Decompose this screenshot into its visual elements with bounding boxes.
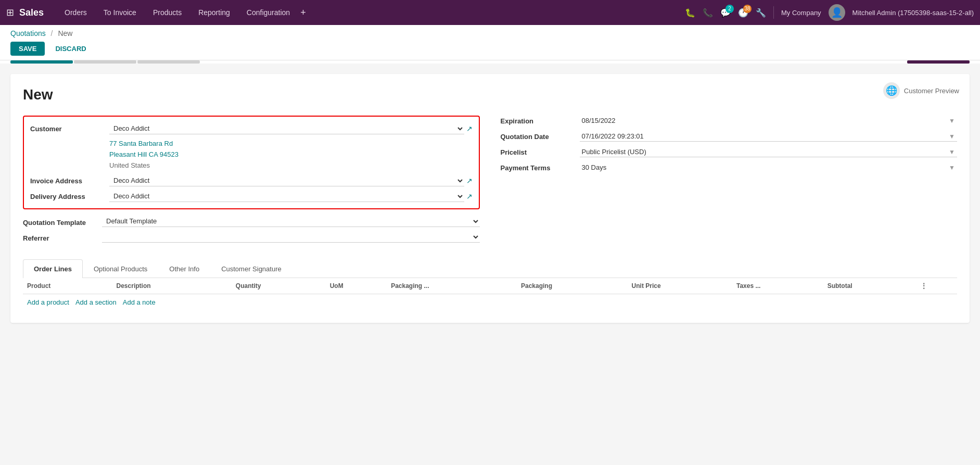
toolbar: Quotations / New SAVE DISCARD	[0, 25, 980, 60]
table-actions-row: Add a product Add a section Add a note	[23, 294, 957, 311]
tab-order-lines[interactable]: Order Lines	[23, 259, 83, 278]
add-note-link[interactable]: Add a note	[123, 298, 156, 306]
customer-preview-button[interactable]: 🌐 Customer Preview	[883, 82, 959, 99]
template-value-area: Default Template	[102, 216, 480, 227]
nav-actions: 🐛 📞 💬 2 🕐 38 🔧 My Company 👤 Mitchell Adm…	[685, 4, 974, 21]
referrer-row: Referrer	[23, 231, 480, 243]
expiration-label: Expiration	[501, 117, 574, 125]
template-row: Quotation Template Default Template	[23, 216, 480, 227]
quotation-date-row: Quotation Date 07/16/2022 09:23:01 ▼	[501, 131, 958, 142]
form-card: 🌐 Customer Preview New Customer Deco Add…	[10, 74, 970, 323]
tabs-header: Order Lines Optional Products Other Info…	[23, 259, 957, 278]
address-line-1: 77 Santa Barbara Rd	[109, 139, 473, 149]
bug-icon[interactable]: 🐛	[685, 8, 695, 18]
referrer-value-area	[102, 231, 480, 243]
discard-button[interactable]: DISCARD	[49, 42, 92, 56]
grid-icon[interactable]: ⊞	[6, 7, 14, 18]
col-quantity: Quantity	[232, 278, 326, 294]
col-uom: UoM	[326, 278, 387, 294]
table-header-row: Product Description Quantity UoM Packagi…	[23, 278, 957, 294]
invoice-value-area: Deco Addict ↗	[109, 175, 473, 186]
customer-address: 77 Santa Barbara Rd Pleasant Hill CA 945…	[30, 139, 473, 171]
address-line-2: Pleasant Hill CA 94523	[109, 149, 473, 160]
invoice-select[interactable]: Deco Addict	[109, 175, 464, 186]
address-line-3: United States	[109, 160, 473, 171]
nav-to-invoice[interactable]: To Invoice	[95, 0, 145, 25]
breadcrumb-current: New	[58, 29, 72, 37]
wrench-icon[interactable]: 🔧	[756, 8, 766, 18]
quotation-date-label: Quotation Date	[501, 133, 574, 141]
nav-plus[interactable]: +	[300, 7, 306, 18]
progress-bar	[0, 60, 980, 64]
template-select[interactable]: Default Template	[102, 216, 480, 227]
referrer-label: Referrer	[23, 232, 96, 242]
chat-badge: 2	[726, 5, 734, 13]
nav-configuration[interactable]: Configuration	[238, 0, 298, 25]
nav-products[interactable]: Products	[145, 0, 190, 25]
main-content: 🌐 Customer Preview New Customer Deco Add…	[0, 64, 980, 465]
table-actions: Add a product Add a section Add a note	[27, 298, 953, 306]
referrer-select[interactable]	[102, 231, 480, 243]
right-column: Expiration 08/15/2022 ▼ Quotation Date 0…	[501, 116, 958, 247]
tab-optional-products[interactable]: Optional Products	[83, 259, 158, 278]
top-navigation: ⊞ Sales Orders To Invoice Products Repor…	[0, 0, 980, 25]
chat-icon[interactable]: 💬 2	[720, 8, 731, 18]
delivery-select[interactable]: Deco Addict	[109, 191, 464, 202]
clock-badge: 38	[743, 5, 752, 13]
left-column: Customer Deco Addict ↗ 77 Santa Barbara …	[23, 116, 480, 247]
user-name: Mitchell Admin (17505398-saas-15-2-all)	[852, 9, 974, 17]
template-label: Quotation Template	[23, 217, 96, 227]
pricelist-dropdown-arrow: ▼	[949, 148, 955, 156]
pricelist-row: Pricelist Public Pricelist (USD) ▼	[501, 147, 958, 157]
delivery-label: Delivery Address	[30, 191, 103, 200]
col-product: Product	[23, 278, 112, 294]
customer-select[interactable]: Deco Addict	[109, 123, 464, 134]
nav-reporting[interactable]: Reporting	[190, 0, 238, 25]
expiration-dropdown-arrow: ▼	[949, 117, 955, 124]
breadcrumb-parent[interactable]: Quotations	[10, 29, 46, 37]
toolbar-buttons: SAVE DISCARD	[10, 42, 970, 56]
delivery-external-link-icon[interactable]: ↗	[466, 192, 473, 200]
form-grid: Customer Deco Addict ↗ 77 Santa Barbara …	[23, 116, 957, 247]
progress-step-right	[907, 60, 970, 64]
col-unit-price: Unit Price	[628, 278, 732, 294]
payment-terms-value: 30 Days ▼	[580, 162, 958, 173]
progress-step-3	[137, 60, 200, 64]
phone-icon[interactable]: 📞	[703, 8, 713, 18]
col-subtotal: Subtotal	[823, 278, 917, 294]
customer-box: Customer Deco Addict ↗ 77 Santa Barbara …	[23, 116, 480, 209]
globe-icon: 🌐	[883, 82, 900, 99]
delivery-value-area: Deco Addict ↗	[109, 191, 473, 202]
breadcrumb-separator: /	[51, 29, 53, 37]
customer-external-link-icon[interactable]: ↗	[466, 124, 473, 133]
breadcrumb: Quotations / New	[10, 29, 970, 37]
nav-orders[interactable]: Orders	[56, 0, 95, 25]
pricelist-label: Pricelist	[501, 148, 574, 156]
nav-divider	[773, 6, 774, 19]
col-taxes: Taxes ...	[732, 278, 823, 294]
tab-customer-signature[interactable]: Customer Signature	[210, 259, 292, 278]
tabs-area: Order Lines Optional Products Other Info…	[23, 259, 957, 310]
tab-other-info[interactable]: Other Info	[158, 259, 210, 278]
col-kebab[interactable]: ⋮	[917, 278, 957, 294]
user-avatar[interactable]: 👤	[829, 4, 845, 21]
invoice-external-link-icon[interactable]: ↗	[466, 177, 473, 185]
payment-terms-dropdown-arrow: ▼	[949, 164, 955, 171]
clock-icon[interactable]: 🕐 38	[738, 8, 748, 18]
col-packaging-1: Packaging ...	[387, 278, 517, 294]
customer-preview-label: Customer Preview	[904, 87, 959, 95]
delivery-address-row: Delivery Address Deco Addict ↗	[30, 191, 473, 202]
quotation-date-value[interactable]: 07/16/2022 09:23:01 ▼	[580, 131, 958, 142]
col-description: Description	[112, 278, 232, 294]
expiration-value: 08/15/2022 ▼	[580, 116, 958, 126]
expiration-row: Expiration 08/15/2022 ▼	[501, 116, 958, 126]
invoice-label: Invoice Address	[30, 175, 103, 185]
add-product-link[interactable]: Add a product	[27, 298, 69, 306]
customer-row: Customer Deco Addict ↗	[30, 123, 473, 134]
save-button[interactable]: SAVE	[10, 42, 45, 56]
app-name: Sales	[19, 7, 44, 18]
payment-terms-row: Payment Terms 30 Days ▼	[501, 162, 958, 173]
progress-step-2	[74, 60, 136, 64]
pricelist-value[interactable]: Public Pricelist (USD) ▼	[580, 147, 958, 157]
add-section-link[interactable]: Add a section	[75, 298, 117, 306]
